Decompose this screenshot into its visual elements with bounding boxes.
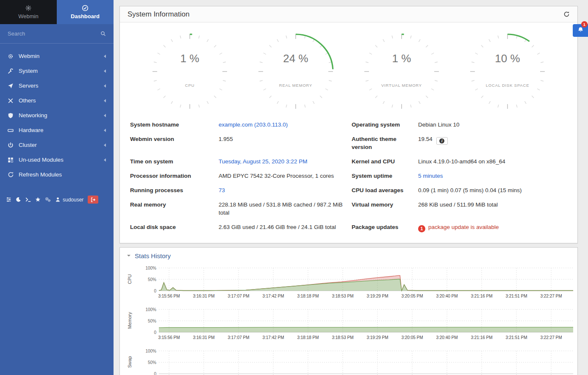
chart-memory: Memory100%50%03:15:56 PM3:16:31 PM3:17:0…	[125, 307, 577, 345]
search-input[interactable]	[8, 30, 100, 37]
info-grid: System hostnameexample.com (203.0.113.0)…	[120, 114, 577, 243]
sidebar-item-webmin[interactable]: Webmin	[0, 49, 114, 63]
chart-axis-label: Swap	[125, 348, 134, 375]
notifications-button[interactable]: 1	[573, 24, 588, 37]
sidebar-item-label: Webmin	[19, 53, 104, 59]
info-link[interactable]: 73	[219, 187, 225, 193]
gauge-value: 1 %	[392, 52, 411, 65]
sidebar-item-networking[interactable]: Networking	[0, 108, 114, 123]
sidebar-item-servers[interactable]: Servers	[0, 78, 114, 93]
gauges: 1 %CPU24 %REAL MEMORY1 %VIRTUAL MEMORY10…	[120, 22, 577, 114]
favorites-button[interactable]	[35, 197, 41, 202]
info-label-system-hostname: System hostname	[130, 117, 219, 132]
sidebar-item-system[interactable]: System	[0, 63, 114, 78]
user-button[interactable]: sudouser	[55, 197, 83, 203]
info-label-cpu-load-averages: CPU load averages	[352, 183, 418, 197]
svg-text:3:16:31 PM: 3:16:31 PM	[193, 335, 214, 340]
svg-text:3:16:31 PM: 3:16:31 PM	[193, 294, 214, 298]
info-value-processor-information: AMD EPYC 7542 32-Core Processor, 1 cores	[219, 168, 352, 183]
chevron-left-icon	[104, 158, 106, 162]
info-value-package-updates[interactable]: 1package update is available	[418, 220, 567, 235]
sidebar-item-others[interactable]: Others	[0, 93, 114, 108]
info-text: 268 KiB used / 511.99 MiB total	[418, 201, 498, 208]
info-text: 1.955	[219, 136, 233, 142]
svg-text:0: 0	[154, 330, 156, 335]
svg-text:3:17:42 PM: 3:17:42 PM	[262, 335, 284, 340]
dashboard-check-icon	[82, 5, 89, 11]
chart-canvas: 100%50%03:15:56 PM3:16:31 PM3:17:07 PM3:…	[134, 307, 577, 345]
sidebar-item-un-used-modules[interactable]: Un-used Modules	[0, 152, 114, 167]
gears-icon	[45, 197, 51, 202]
info-link[interactable]: 5 minutes	[418, 173, 443, 179]
info-value-real-memory: 228.18 MiB used / 531.8 MiB cached / 987…	[219, 197, 352, 220]
info-link[interactable]: example.com (203.0.113.0)	[219, 121, 288, 128]
username-label: sudouser	[63, 197, 83, 203]
sidebar-item-hardware[interactable]: Hardware	[0, 123, 114, 138]
refresh-icon[interactable]	[563, 11, 570, 17]
svg-text:50%: 50%	[148, 360, 156, 365]
svg-text:3:19:29 PM: 3:19:29 PM	[366, 335, 388, 340]
info-label-time-on-system: Time on system	[130, 154, 219, 168]
wrench-icon	[8, 68, 19, 74]
svg-text:3:22:27 PM: 3:22:27 PM	[540, 294, 562, 298]
info-value-virtual-memory: 268 KiB used / 511.99 MiB total	[418, 197, 567, 220]
chevron-left-icon	[104, 143, 106, 147]
info-link[interactable]: Tuesday, August 25, 2020 3:22 PM	[219, 158, 307, 165]
chart-axis-label: Memory	[125, 307, 134, 334]
info-label-system-uptime: System uptime	[352, 168, 418, 183]
sliders-button[interactable]	[6, 197, 11, 202]
logout-icon	[91, 197, 96, 202]
sidebar-item-label: Cluster	[19, 142, 104, 148]
svg-text:3:21:51 PM: 3:21:51 PM	[505, 294, 527, 298]
info-value-operating-system: Debian Linux 10	[418, 117, 567, 132]
chart-cpu: CPU100%50%03:15:56 PM3:16:31 PM3:17:07 P…	[125, 265, 577, 303]
info-text: Linux 4.19.0-10-amd64 on x86_64	[418, 158, 505, 165]
stats-history-header[interactable]: Stats History	[120, 248, 577, 264]
info-link[interactable]: package update is available	[428, 224, 499, 230]
svg-text:3:20:05 PM: 3:20:05 PM	[401, 335, 423, 340]
stats-history-title: Stats History	[135, 252, 171, 259]
sliders-icon	[6, 197, 11, 202]
refresh-icon	[8, 171, 19, 178]
info-label-virtual-memory: Virtual memory	[352, 197, 418, 220]
gauge-value: 10 %	[495, 52, 520, 65]
power-icon	[8, 142, 19, 148]
svg-text:3:17:07 PM: 3:17:07 PM	[227, 335, 249, 340]
tab-webmin[interactable]: Webmin	[0, 0, 57, 24]
gauge-value: 1 %	[180, 52, 200, 65]
sidebar-item-refresh-modules[interactable]: Refresh Modules	[0, 167, 114, 182]
svg-text:0: 0	[154, 372, 156, 375]
svg-text:3:20:05 PM: 3:20:05 PM	[401, 294, 423, 298]
shield-icon	[8, 113, 19, 119]
info-label-webmin-version: Webmin version	[130, 132, 219, 154]
info-value-authentic-theme-version: 19.54i	[418, 132, 567, 154]
info-text: 2.63 GiB used / 21.46 GiB free / 24.1 Gi…	[219, 224, 336, 230]
svg-text:3:20:40 PM: 3:20:40 PM	[436, 294, 458, 298]
tab-webmin-label: Webmin	[18, 13, 38, 19]
tab-dashboard[interactable]: Dashboard	[57, 0, 114, 24]
gauge-local-disk-space: 10 %LOCAL DISK SPACE	[467, 31, 548, 112]
chevron-left-icon	[104, 114, 106, 117]
logout-button[interactable]	[88, 196, 98, 204]
night-mode-button[interactable]	[16, 197, 21, 202]
gauge-label: VIRTUAL MEMORY	[381, 83, 422, 88]
sidebar-item-label: System	[19, 68, 104, 74]
info-value-system-hostname[interactable]: example.com (203.0.113.0)	[219, 117, 352, 132]
svg-text:3:20:40 PM: 3:20:40 PM	[436, 335, 458, 340]
theme-settings-button[interactable]	[45, 197, 51, 202]
info-text: 0.09 (1 min) 0.07 (5 mins) 0.04 (15 mins…	[418, 187, 522, 193]
info-label-local-disk-space: Local disk space	[130, 220, 219, 235]
info-value-system-uptime[interactable]: 5 minutes	[418, 168, 567, 183]
hdd-icon	[8, 127, 19, 133]
theme-info-button[interactable]: i	[436, 137, 448, 145]
info-value-time-on-system[interactable]: Tuesday, August 25, 2020 3:22 PM	[219, 154, 352, 168]
notification-badge: 1	[581, 21, 588, 28]
info-value-running-processes[interactable]: 73	[219, 183, 352, 197]
info-icon: i	[439, 138, 444, 143]
search-icon[interactable]	[100, 31, 106, 36]
page-title: System Information	[128, 10, 189, 19]
terminal-button[interactable]	[25, 197, 31, 202]
svg-text:3:19:29 PM: 3:19:29 PM	[366, 294, 388, 298]
sidebar-item-cluster[interactable]: Cluster	[0, 138, 114, 152]
info-value-cpu-load-averages: 0.09 (1 min) 0.07 (5 mins) 0.04 (15 mins…	[418, 183, 567, 197]
